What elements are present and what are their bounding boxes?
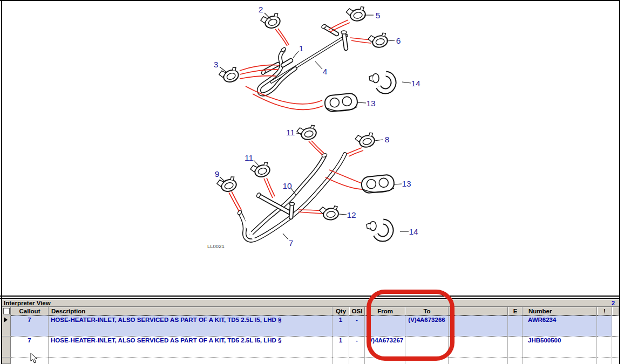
callout-9[interactable]: 9 bbox=[215, 169, 220, 178]
col-header-e[interactable]: E bbox=[508, 307, 523, 315]
mouse-cursor bbox=[30, 353, 39, 364]
pipe-clip-14b bbox=[367, 222, 391, 239]
callout-12[interactable]: 12 bbox=[347, 210, 356, 219]
cell-end bbox=[612, 336, 619, 358]
callout-8[interactable]: 8 bbox=[385, 135, 390, 144]
callout-14a[interactable]: 14 bbox=[411, 79, 420, 88]
window-border-right bbox=[619, 0, 620, 364]
hose-clamp-11a bbox=[296, 124, 317, 142]
col-header-callout[interactable]: Callout bbox=[11, 307, 49, 315]
hose-clamp-3 bbox=[218, 66, 240, 85]
col-header-end bbox=[612, 307, 619, 315]
page-indicator: 2 bbox=[612, 300, 619, 306]
callout-6[interactable]: 6 bbox=[396, 36, 401, 45]
cell-callout[interactable]: 7 bbox=[11, 315, 49, 336]
callout-14b[interactable]: 14 bbox=[409, 227, 418, 236]
callout-5[interactable]: 5 bbox=[376, 11, 381, 20]
red-annotation-circle bbox=[367, 290, 455, 361]
callout-11a[interactable]: 11 bbox=[286, 128, 295, 137]
hose-clamp-8 bbox=[355, 132, 376, 149]
cell-e[interactable] bbox=[508, 315, 523, 336]
callout-4[interactable]: 4 bbox=[323, 67, 328, 76]
window-border-left bbox=[1, 0, 2, 364]
callout-2[interactable]: 2 bbox=[259, 5, 263, 14]
callout-11b[interactable]: 11 bbox=[245, 153, 253, 162]
cell-osi[interactable]: - bbox=[349, 336, 365, 358]
panel-title: Interpreter View bbox=[2, 300, 51, 306]
hose-clamp-5 bbox=[345, 5, 367, 23]
cell-osi[interactable]: - bbox=[349, 315, 365, 336]
cell-number[interactable]: JHB500500 bbox=[523, 336, 597, 358]
cell-callout[interactable]: 7 bbox=[11, 336, 49, 358]
pipe-clip-14a bbox=[369, 74, 394, 91]
window-border-top bbox=[0, 0, 620, 1]
col-header-qty[interactable]: Qty bbox=[333, 307, 349, 315]
col-header-description[interactable]: Description bbox=[49, 307, 333, 315]
empty-row-area bbox=[2, 358, 619, 364]
interpreter-view-titlebar: Interpreter View 2 bbox=[2, 299, 619, 307]
cell-number[interactable]: AWR6234 bbox=[523, 315, 597, 336]
col-header-number[interactable]: Number bbox=[523, 307, 597, 315]
hose-clamp-2 bbox=[260, 12, 281, 31]
cell-qty[interactable]: 1 bbox=[333, 315, 349, 336]
table-row[interactable]: 7 HOSE-HEATER-INLET, ALSO SERVICED AS PA… bbox=[2, 315, 619, 336]
cell-blank[interactable] bbox=[449, 336, 508, 358]
upper-hose-assembly bbox=[259, 24, 347, 94]
cell-end bbox=[612, 315, 619, 336]
callout-3[interactable]: 3 bbox=[214, 60, 219, 69]
panel-separator bbox=[0, 296, 620, 297]
cell-excl[interactable] bbox=[597, 336, 612, 358]
select-all-checkbox[interactable] bbox=[3, 308, 10, 314]
drawing-code-label: LL0021 bbox=[207, 243, 225, 249]
callout-1[interactable]: 1 bbox=[299, 44, 304, 53]
cell-e[interactable] bbox=[508, 336, 523, 358]
cell-description[interactable]: HOSE-HEATER-INLET, ALSO SERVICED AS PART… bbox=[49, 336, 333, 358]
row-selector[interactable] bbox=[2, 315, 11, 336]
col-header-blank[interactable] bbox=[449, 307, 508, 315]
col-header-excl[interactable]: ! bbox=[597, 307, 612, 315]
callout-13a[interactable]: 13 bbox=[366, 99, 375, 108]
double-clip-13b bbox=[361, 174, 395, 194]
table-row[interactable]: 7 HOSE-HEATER-INLET, ALSO SERVICED AS PA… bbox=[2, 336, 619, 358]
cell-qty[interactable]: 1 bbox=[333, 336, 349, 358]
select-all-header[interactable] bbox=[2, 307, 11, 315]
hose-clamp-9 bbox=[216, 175, 238, 194]
row-selector[interactable] bbox=[2, 336, 11, 358]
table-header-row: Callout Description Qty OSI From To E Nu… bbox=[2, 307, 619, 315]
hose-clamp-6 bbox=[368, 32, 389, 50]
double-clip-13a bbox=[324, 93, 358, 113]
callout-13b[interactable]: 13 bbox=[402, 179, 411, 188]
cell-blank[interactable] bbox=[449, 315, 508, 336]
callout-7[interactable]: 7 bbox=[289, 238, 294, 248]
current-row-arrow-icon bbox=[4, 317, 8, 322]
hose-clamp-12 bbox=[319, 205, 339, 221]
cell-description[interactable]: HOSE-HEATER-INLET, ALSO SERVICED AS PART… bbox=[49, 315, 333, 336]
hose-clamp-11b bbox=[249, 161, 271, 180]
callout-10[interactable]: 10 bbox=[282, 181, 292, 190]
cell-excl[interactable] bbox=[597, 315, 612, 336]
col-header-osi[interactable]: OSI bbox=[349, 307, 365, 315]
parts-diagram: 2 5 6 1 3 4 14 13 11 8 11 9 10 13 12 14 … bbox=[0, 0, 624, 296]
